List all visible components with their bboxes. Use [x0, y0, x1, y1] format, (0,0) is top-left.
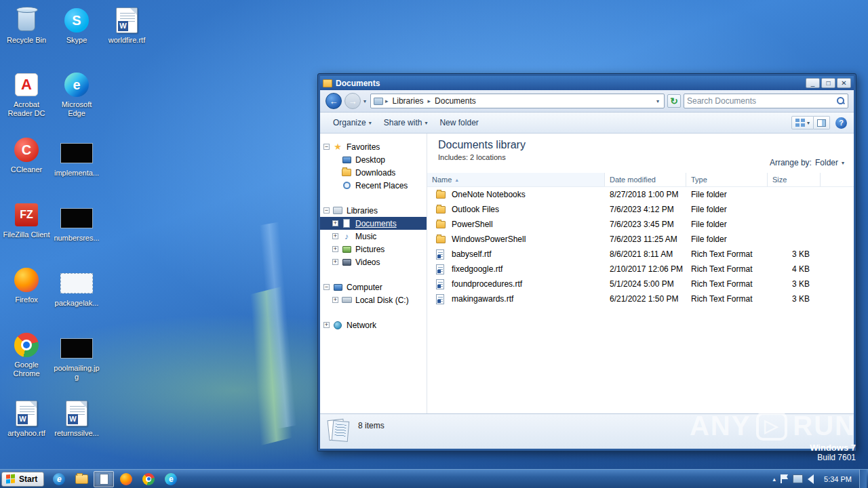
- sidebar-item-downloads[interactable]: Downloads: [320, 166, 427, 179]
- file-date: 8/27/2018 1:00 PM: [605, 190, 686, 199]
- file-row-windowspowershell[interactable]: WindowsPowerShell 7/6/2023 11:25 AM File…: [427, 232, 854, 247]
- file-row-powershell[interactable]: PowerShell 7/6/2023 3:45 PM File folder: [427, 217, 854, 232]
- sidebar-item-pictures[interactable]: + Pictures: [320, 243, 427, 256]
- desktop-icon-chrome[interactable]: Google Chrome: [3, 331, 50, 378]
- arrange-by-control[interactable]: Arrange by: Folder ▾: [770, 158, 844, 167]
- back-button[interactable]: ←: [326, 93, 342, 109]
- collapse-icon[interactable]: −: [323, 144, 330, 150]
- search-icon[interactable]: [837, 97, 845, 105]
- change-view-button[interactable]: ▾: [791, 116, 814, 129]
- column-header-name[interactable]: Name ▲: [427, 173, 605, 186]
- desktop-icon-implementa[interactable]: implementa...: [53, 140, 100, 178]
- sidebar-group-computer[interactable]: − Computer: [320, 281, 427, 293]
- item-count: 8 items: [358, 421, 384, 445]
- expand-icon[interactable]: +: [332, 259, 338, 265]
- file-row-fixedgoogle-rtf[interactable]: fixedgoogle.rtf 2/10/2017 12:06 PM Rich …: [427, 262, 854, 277]
- address-dropdown-icon[interactable]: ▾: [654, 98, 661, 104]
- desktop-icon-poolmailing[interactable]: poolmailing.jpg: [53, 335, 100, 382]
- share-with-button[interactable]: Share with ▾: [378, 115, 434, 130]
- close-button[interactable]: ✕: [837, 78, 851, 88]
- file-row-foundprocedures-rtf[interactable]: foundprocedures.rtf 5/1/2024 5:00 PM Ric…: [427, 277, 854, 291]
- expand-icon[interactable]: +: [332, 233, 338, 239]
- desktop-icon-label: packagelak...: [53, 299, 100, 308]
- forward-button[interactable]: →: [344, 93, 361, 109]
- sidebar-item-music[interactable]: + ♪ Music: [320, 230, 427, 243]
- desktop-icon-skype[interactable]: S Skype: [53, 7, 100, 45]
- recent-pages-dropdown-icon[interactable]: ▾: [363, 98, 366, 104]
- desktop-icon-ccleaner[interactable]: C CCleaner: [3, 136, 50, 174]
- desktop-icon-filezilla[interactable]: FZ FileZilla Client: [3, 201, 50, 239]
- sidebar-item-videos[interactable]: + Videos: [320, 256, 427, 268]
- expand-icon[interactable]: +: [332, 246, 338, 252]
- desktop-icon-returnssilve-rtf[interactable]: W returnssilve...: [53, 400, 100, 438]
- titlebar[interactable]: Documents _ □ ✕: [320, 76, 854, 90]
- collapse-icon[interactable]: −: [323, 207, 330, 214]
- column-headers: Name ▲ Date modified Type Size: [427, 173, 854, 187]
- taskbar-explorer-icon[interactable]: [71, 471, 92, 487]
- column-header-type[interactable]: Type: [686, 173, 768, 186]
- breadcrumb-libraries[interactable]: Libraries: [391, 96, 426, 106]
- desktop-icon-packagelak[interactable]: packagelak...: [53, 270, 100, 308]
- sidebar-item-recent-places[interactable]: Recent Places: [320, 179, 427, 192]
- sidebar-item-desktop[interactable]: Desktop: [320, 153, 427, 166]
- expand-icon[interactable]: +: [332, 297, 338, 303]
- file-row-makingawards-rtf[interactable]: makingawards.rtf 6/21/2022 1:50 PM Rich …: [427, 291, 854, 306]
- start-button[interactable]: Start: [1, 472, 44, 487]
- taskbar-clock[interactable]: 5:34 PM: [818, 475, 857, 483]
- expand-icon[interactable]: +: [332, 220, 338, 226]
- navigation-pane: − ★ Favorites Desktop Downloads: [320, 134, 427, 413]
- show-desktop-button[interactable]: [859, 470, 867, 488]
- explorer-window: Documents _ □ ✕ ← → ▾ ▸ Libraries ▸ Docu…: [317, 73, 856, 451]
- desktop-icon-artyahoo-rtf[interactable]: W artyahoo.rtf: [3, 400, 50, 438]
- expand-icon[interactable]: +: [323, 322, 330, 328]
- volume-icon[interactable]: [808, 474, 814, 484]
- taskbar-firefox-icon[interactable]: [116, 471, 136, 487]
- desktop-icon-edge[interactable]: e Microsoft Edge: [53, 71, 100, 118]
- desktop-icon-worldfire-rtf[interactable]: W worldfire.rtf: [103, 7, 151, 45]
- file-name: babyself.rtf: [450, 249, 605, 259]
- column-label: Name: [432, 176, 452, 184]
- filezilla-icon: FZ: [15, 203, 38, 226]
- help-button[interactable]: ?: [835, 117, 847, 129]
- breadcrumb-documents[interactable]: Documents: [433, 96, 478, 106]
- file-name: PowerShell: [450, 220, 605, 229]
- rtf-document-icon: [436, 264, 444, 274]
- taskbar-chrome-icon[interactable]: [138, 471, 159, 487]
- desktop-icon-numbersres[interactable]: numbersres...: [53, 205, 100, 243]
- desktop-icon-acrobat[interactable]: A Acrobat Reader DC: [3, 71, 50, 118]
- preview-pane-button[interactable]: [814, 116, 830, 129]
- file-row-babyself-rtf[interactable]: babyself.rtf 8/6/2021 8:11 AM Rich Text …: [427, 247, 854, 262]
- file-size: 3 KB: [768, 294, 816, 304]
- network-tray-icon[interactable]: [793, 474, 803, 483]
- file-row-onenote-notebooks[interactable]: OneNote Notebooks 8/27/2018 1:00 PM File…: [427, 187, 854, 202]
- taskbar-documents-window[interactable]: [94, 471, 114, 487]
- collapse-icon[interactable]: −: [323, 284, 330, 290]
- search-box[interactable]: [684, 94, 848, 108]
- refresh-button[interactable]: ↻: [667, 94, 681, 108]
- taskbar-ie-icon[interactable]: e: [49, 471, 69, 487]
- sidebar-group-libraries[interactable]: − Libraries: [320, 204, 427, 217]
- file-row-outlook-files[interactable]: Outlook Files 7/6/2023 4:12 PM File fold…: [427, 202, 854, 217]
- minimize-button[interactable]: _: [806, 78, 820, 88]
- sidebar-item-documents[interactable]: + Documents: [320, 217, 427, 230]
- sidebar-group-favorites[interactable]: − ★ Favorites: [320, 140, 427, 153]
- firefox-icon: [14, 268, 39, 292]
- file-size: 3 KB: [768, 249, 816, 259]
- column-header-size[interactable]: Size: [768, 173, 821, 186]
- location-icon: [374, 98, 383, 105]
- search-input[interactable]: [687, 96, 837, 106]
- music-library-icon: ♪: [341, 232, 352, 241]
- desktop-icon-firefox[interactable]: Firefox: [3, 266, 50, 304]
- maximize-button[interactable]: □: [821, 78, 835, 88]
- hidden-icons-button[interactable]: ▴: [773, 476, 776, 483]
- taskbar-edge-icon[interactable]: e: [161, 471, 181, 487]
- column-header-date-modified[interactable]: Date modified: [605, 173, 686, 186]
- item-label: Pictures: [355, 245, 384, 254]
- new-folder-button[interactable]: New folder: [433, 115, 484, 130]
- desktop-icon-recycle-bin[interactable]: Recycle Bin: [3, 7, 50, 45]
- sidebar-item-local-disk-c[interactable]: + Local Disk (C:): [320, 293, 427, 306]
- sidebar-group-network[interactable]: + Network: [320, 319, 427, 331]
- address-bar[interactable]: ▸ Libraries ▸ Documents ▾: [370, 94, 665, 108]
- action-center-icon[interactable]: [781, 474, 788, 483]
- organize-button[interactable]: Organize ▾: [327, 115, 378, 130]
